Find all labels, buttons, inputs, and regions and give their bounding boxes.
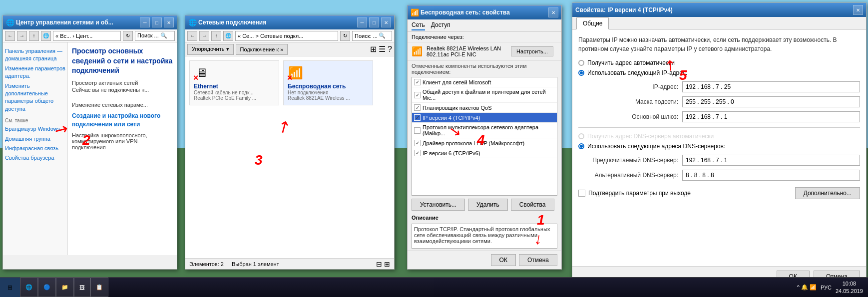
wireless-status: Нет подключения — [288, 90, 328, 95]
close-btn-wireless[interactable]: ✕ — [548, 7, 558, 17]
radio-auto-ip-btn[interactable] — [578, 60, 584, 66]
help-icon[interactable]: ? — [388, 45, 392, 54]
component-5[interactable]: Драйвер протокола LLDP (Майкрософт) — [412, 138, 557, 148]
taskbar-item-0[interactable]: 🌐 — [20, 278, 38, 297]
radio-manual-dns[interactable]: Использовать следующие адреса DNS-сервер… — [578, 143, 860, 150]
up-btn-nc[interactable]: ↑ — [29, 31, 39, 41]
sidebar-item-adapter[interactable]: Изменение параметров адаптера. — [5, 64, 65, 81]
field-preferred-dns: Предпочитаемый DNS-сервер: 192 . 168 . 7… — [578, 155, 860, 166]
wireless-header: 📶 ✕ — [288, 65, 304, 81]
wireless-ok-btn[interactable]: ОК — [491, 254, 516, 266]
minimize-btn-nc[interactable]: ─ — [140, 17, 150, 27]
checkbox-2[interactable] — [414, 104, 421, 111]
forward-btn-nc[interactable]: → — [17, 31, 27, 41]
taskbar-item-1[interactable]: 🔵 — [38, 278, 56, 297]
radio-auto-dns[interactable]: Получить адрес DNS-сервера автоматически — [578, 133, 860, 140]
minimize-btn-conn[interactable]: ─ — [357, 17, 367, 27]
component-2[interactable]: Планировщик пакетов QoS — [412, 103, 557, 113]
close-btn-ip[interactable]: ✕ — [853, 5, 863, 15]
nc-main-title: Просмотр основных сведений о сети и наст… — [72, 46, 173, 76]
nc-create-link[interactable]: Создание и настройка нового подключения … — [72, 112, 173, 129]
search-box-conn[interactable]: Поиск: ... 🔍 — [352, 31, 392, 41]
home-btn-conn[interactable]: 🌐 — [223, 31, 233, 41]
sidebar-item-infrared[interactable]: Инфракрасная связь — [5, 144, 65, 153]
tab-general[interactable]: Общие — [576, 17, 609, 29]
component-3[interactable]: IP версии 4 (TCP/IPv4) — [412, 113, 557, 123]
advanced-btn[interactable]: Дополнительно... — [795, 187, 860, 199]
confirm-checkbox[interactable] — [578, 190, 585, 197]
forward-btn-conn[interactable]: → — [199, 31, 209, 41]
menu-access[interactable]: Доступ — [431, 20, 450, 30]
back-btn-conn[interactable]: ← — [187, 31, 197, 41]
nc-main-content: Просмотр основных сведений о сети и наст… — [68, 42, 177, 255]
checkbox-6[interactable] — [414, 150, 421, 156]
configure-btn[interactable]: Настроить... — [511, 46, 553, 56]
sidebar-item-browser[interactable]: Свойства браузера — [5, 153, 65, 163]
view-list-icon[interactable]: ☰ — [379, 44, 386, 54]
refresh-btn-conn[interactable]: ↻ — [340, 31, 350, 41]
checkbox-0[interactable] — [414, 79, 421, 85]
refresh-btn-nc[interactable]: ↻ — [123, 31, 133, 41]
alternate-dns-value[interactable]: 8 . 8 . 8 . 8 — [682, 170, 860, 181]
start-button[interactable]: ⊞ — [0, 278, 20, 297]
address-path-nc[interactable]: « Вс... › Цент... — [53, 31, 121, 41]
menu-network[interactable]: Сеть — [412, 20, 425, 30]
connection-wireless[interactable]: 📶 ✕ Беспроводная сеть Нет подключения Re… — [283, 60, 373, 105]
connection-ethernet[interactable]: 🖥 ✕ Ethernet Сетевой кабель не подк... R… — [189, 60, 279, 105]
component-4[interactable]: Протокол мультиплексора сетевого адаптер… — [412, 123, 557, 138]
checkbox-4[interactable] — [414, 127, 421, 134]
up-btn-conn[interactable]: ↑ — [211, 31, 221, 41]
confirm-checkbox-row: Подтвердить параметры при выходе — [578, 190, 691, 197]
checkbox-1[interactable] — [414, 92, 421, 98]
gateway-value[interactable]: 192 . 168 . 7 . 1 — [682, 111, 860, 122]
connect-through-section: 📶 Realtek 8821AE Wireless LAN 802.11ac P… — [408, 42, 561, 61]
preferred-dns-value[interactable]: 192 . 168 . 7 . 1 — [682, 155, 860, 166]
sidebar-item-sharing[interactable]: Изменить дополнительные параметры общего… — [5, 81, 65, 114]
radio-auto-ip[interactable]: Получить адрес автоматически — [578, 59, 860, 66]
address-path-conn[interactable]: « Се... > Сетевые подкл... — [235, 31, 338, 41]
close-btn-nc[interactable]: ✕ — [164, 17, 174, 27]
field-subnet-mask: Маска подсети: 255 . 255 . 255 . 0 — [578, 96, 860, 107]
wireless-cancel-btn[interactable]: Отмена — [519, 254, 557, 266]
back-btn-nc[interactable]: ← — [5, 31, 15, 41]
window-ip-props: Свойства: IP версии 4 (TCP/IPv4) ✕ Общие… — [572, 2, 867, 287]
windows-logo: ⊞ — [7, 284, 12, 291]
taskbar-item-4[interactable]: 📋 — [90, 278, 108, 297]
home-btn-nc[interactable]: 🌐 — [41, 31, 51, 41]
component-label-0: Клиент для сетей Microsoft — [423, 79, 491, 85]
checkbox-5[interactable] — [414, 140, 421, 146]
sidebar-item-firewall[interactable]: Брандмауэр Windows — [5, 124, 65, 134]
view-icon[interactable]: ⊞ — [370, 44, 377, 54]
radio-auto-dns-btn[interactable] — [578, 133, 584, 139]
maximize-btn-conn[interactable]: □ — [369, 17, 379, 27]
organize-btn[interactable]: Упорядочить ▾ — [187, 44, 234, 55]
radio-manual-ip[interactable]: Использовать следующий IP-адрес: — [578, 69, 860, 76]
taskbar-time-value: 10:08 — [836, 280, 863, 287]
address-bar-conn: ← → ↑ 🌐 « Се... > Сетевые подкл... ↻ Пои… — [185, 29, 394, 42]
props-btn[interactable]: Свойства — [511, 199, 554, 211]
field-ip-address: IP-адрес: 192 . 168 . 7 . 25 — [578, 81, 860, 92]
toolbar-conn: Упорядочить ▾ Подключение к » ⊞ ☰ ? — [185, 42, 394, 56]
radio-manual-ip-btn[interactable] — [578, 70, 584, 76]
connect-btn[interactable]: Подключение к » — [236, 44, 288, 55]
component-0[interactable]: Клиент для сетей Microsoft — [412, 77, 557, 87]
connect-through-label: Подключение через: — [408, 32, 561, 42]
taskbar-item-3[interactable]: 🖼 — [74, 278, 90, 297]
search-box-nc[interactable]: Поиск ... 🔍 — [135, 31, 175, 41]
maximize-btn-nc[interactable]: □ — [152, 17, 162, 27]
close-btn-conn[interactable]: ✕ — [381, 17, 391, 27]
remove-btn[interactable]: Удалить — [468, 199, 508, 211]
nc-misc-link-0[interactable]: Настройка широкополосного, коммутируемог… — [72, 132, 173, 150]
sidebar-item-homegroup[interactable]: Домашняя группа — [5, 134, 65, 144]
taskbar-item-2[interactable]: 📁 — [56, 278, 74, 297]
component-6[interactable]: IP версии 6 (TCP/IPv6) — [412, 148, 557, 158]
radio-manual-dns-btn[interactable] — [578, 143, 584, 149]
component-label-3: IP версии 4 (TCP/IPv4) — [423, 115, 480, 121]
install-btn[interactable]: Установить... — [412, 199, 465, 211]
checkbox-3[interactable] — [414, 114, 421, 121]
subnet-mask-value[interactable]: 255 . 255 . 255 . 0 — [682, 96, 860, 107]
component-1[interactable]: Общий доступ к файлам и принтерам для се… — [412, 87, 557, 103]
sidebar-item-home[interactable]: Панель управления — домашняя страница — [5, 46, 65, 64]
component-label-1: Общий доступ к файлам и принтерам для се… — [423, 89, 555, 101]
ip-address-value[interactable]: 192 . 168 . 7 . 25 — [682, 81, 860, 92]
